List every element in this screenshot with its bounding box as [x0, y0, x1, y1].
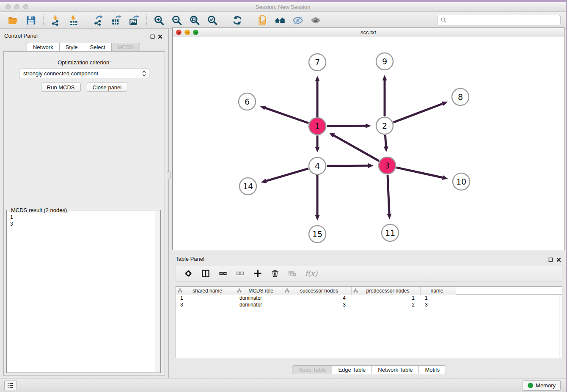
- panel-splitter[interactable]: [168, 29, 169, 378]
- graph-edge-4-3[interactable]: [327, 163, 374, 168]
- graph-node-8[interactable]: 8: [452, 88, 469, 105]
- criterion-select[interactable]: strongly connected component: [19, 69, 149, 78]
- table-tabs-divider: [172, 363, 566, 363]
- zoom-fit-icon[interactable]: [188, 14, 201, 27]
- table-cell[interactable]: 3: [421, 301, 456, 308]
- graph-edge-1-2[interactable]: [327, 124, 371, 128]
- tab-select[interactable]: Select: [84, 43, 112, 52]
- table-cell[interactable]: 3: [283, 301, 352, 308]
- graph-node-6[interactable]: 6: [239, 93, 256, 110]
- table-row[interactable]: 3dominator323: [176, 301, 562, 308]
- graph-node-9[interactable]: 9: [376, 53, 393, 70]
- node-table-header: shared nameMCDS rolesuccessor nodesprede…: [176, 287, 562, 295]
- graph-node-3[interactable]: 3: [379, 157, 396, 174]
- tab-mcds[interactable]: MCDS: [111, 43, 140, 52]
- tab-motifs[interactable]: Motifs: [418, 365, 446, 374]
- table-options-gear-icon[interactable]: [184, 269, 193, 278]
- graph-edge-1-6[interactable]: [260, 106, 308, 123]
- column-header-MCDS-role[interactable]: MCDS role: [235, 287, 283, 295]
- graph-edge-2-8[interactable]: [394, 102, 448, 122]
- table-cell[interactable]: dominator: [235, 295, 283, 301]
- hide-selection-icon[interactable]: [292, 14, 304, 27]
- column-tree-icon: [285, 288, 289, 293]
- table-row[interactable]: 1dominator411: [176, 295, 562, 301]
- column-header-successor-nodes[interactable]: successor nodes: [283, 287, 352, 295]
- panel-splitter-grip[interactable]: [167, 171, 171, 179]
- table-panel-title: Table Panel: [176, 256, 204, 262]
- toolbar-separator: [86, 14, 86, 26]
- app-chrome: Session: New Session Control Panel Netwo…: [0, 2, 566, 392]
- table-cell[interactable]: 3: [176, 301, 235, 308]
- table-cell[interactable]: dominator: [235, 301, 283, 308]
- tab-network-table[interactable]: Network Table: [372, 365, 419, 374]
- table-cell[interactable]: 1: [421, 295, 456, 301]
- float-panel-icon[interactable]: [150, 33, 155, 38]
- graph-node-2[interactable]: 2: [376, 117, 393, 134]
- open-session-icon[interactable]: [7, 14, 19, 27]
- table-cell[interactable]: 4: [283, 295, 352, 301]
- graph-edge-1-4[interactable]: [315, 135, 320, 152]
- network-canvas[interactable]: 7968124314101511: [173, 38, 564, 250]
- column-header-name[interactable]: name: [421, 287, 456, 295]
- add-column-icon[interactable]: [253, 269, 262, 278]
- table-float-panel-icon[interactable]: [548, 256, 553, 261]
- graph-node-10[interactable]: 10: [453, 173, 470, 190]
- zoom-out-icon[interactable]: [171, 14, 183, 27]
- graph-node-11[interactable]: 11: [382, 224, 399, 241]
- graph-edge-3-11[interactable]: [387, 175, 392, 219]
- graph-edge-4-14[interactable]: [261, 168, 308, 183]
- save-session-icon[interactable]: [25, 14, 37, 27]
- graph-edge-2-3[interactable]: [384, 135, 388, 152]
- deselect-all-icon[interactable]: [236, 269, 245, 278]
- show-columns-icon[interactable]: [201, 269, 210, 278]
- tab-style[interactable]: Style: [59, 43, 84, 52]
- refresh-icon[interactable]: [231, 14, 244, 27]
- network-from-selection-icon[interactable]: [256, 14, 269, 27]
- graph-edge-3-10[interactable]: [396, 168, 448, 180]
- close-panel-icon[interactable]: [158, 33, 162, 38]
- export-image-icon[interactable]: [128, 14, 140, 27]
- optimization-criterion-label: Optimization criterion:: [4, 59, 165, 66]
- export-table-icon[interactable]: [110, 14, 123, 27]
- window-title: Session: New Session: [0, 4, 566, 10]
- column-header-predecessor-nodes[interactable]: predecessor nodes: [352, 287, 421, 295]
- graph-edge-3-1[interactable]: [329, 133, 379, 161]
- graph-node-15[interactable]: 15: [309, 226, 326, 243]
- graph-node-4[interactable]: 4: [309, 157, 326, 174]
- import-network-icon[interactable]: [50, 14, 62, 27]
- svg-text:4: 4: [315, 161, 320, 171]
- search-input[interactable]: [449, 17, 557, 23]
- tab-edge-table[interactable]: Edge Table: [332, 365, 372, 374]
- tab-node-table[interactable]: Node Table: [292, 365, 333, 374]
- graph-node-1[interactable]: 1: [309, 118, 326, 135]
- zoom-selected-icon[interactable]: [206, 14, 219, 27]
- node-table-scrollbar[interactable]: [559, 295, 562, 358]
- table-cell[interactable]: 1: [352, 295, 421, 301]
- function-builder-icon: f(x): [305, 269, 317, 278]
- run-mcds-button[interactable]: Run MCDS: [41, 83, 81, 92]
- table-cell[interactable]: 2: [352, 301, 421, 308]
- close-panel-button[interactable]: Close panel: [87, 83, 128, 92]
- network-window-title: scc.txt: [173, 29, 564, 36]
- mcds-result-scrollbar[interactable]: [155, 211, 160, 372]
- table-close-panel-icon[interactable]: [556, 256, 561, 261]
- network-window-titlebar[interactable]: scc.txt: [173, 28, 564, 37]
- delete-column-icon[interactable]: [270, 269, 280, 278]
- graph-edge-4-15[interactable]: [315, 175, 320, 221]
- select-all-icon[interactable]: [218, 269, 228, 278]
- export-network-icon[interactable]: [92, 14, 105, 27]
- application-window: Session: New Session Control Panel Netwo…: [0, 0, 567, 392]
- graph-edge-2-9[interactable]: [383, 75, 387, 116]
- graph-edge-1-7[interactable]: [315, 76, 320, 117]
- task-history-button[interactable]: [4, 381, 17, 390]
- zoom-in-icon[interactable]: [153, 14, 165, 27]
- layout-home-icon[interactable]: [274, 14, 286, 27]
- table-cell[interactable]: 1: [176, 295, 235, 301]
- column-header-shared-name[interactable]: shared name: [176, 287, 235, 295]
- tab-network[interactable]: Network: [27, 43, 60, 52]
- import-table-icon[interactable]: [67, 14, 80, 27]
- memory-button[interactable]: Memory: [523, 380, 561, 391]
- graph-node-14[interactable]: 14: [239, 178, 256, 195]
- graph-node-7[interactable]: 7: [309, 54, 326, 71]
- show-all-eye-icon[interactable]: [309, 14, 322, 27]
